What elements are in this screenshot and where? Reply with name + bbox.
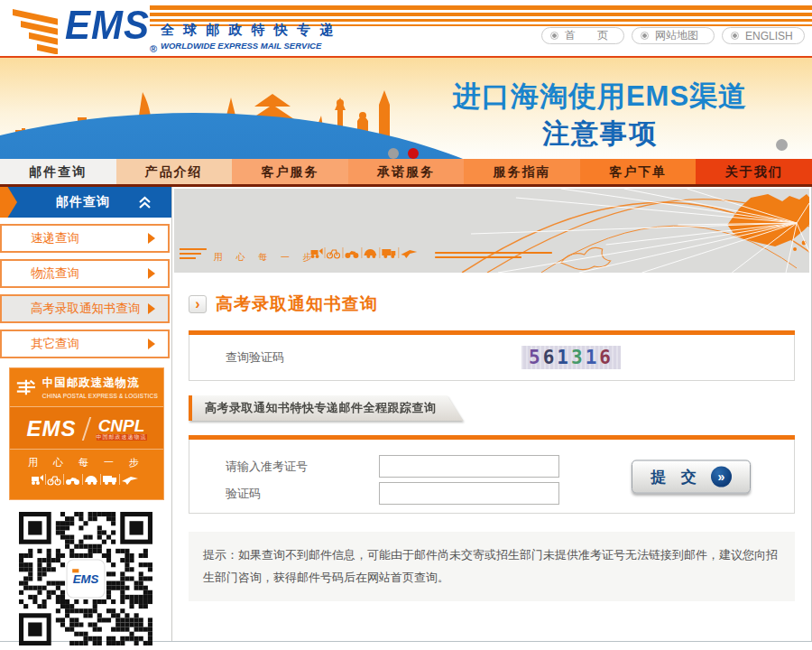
captcha-input[interactable] (379, 482, 559, 505)
arrow-right-icon (148, 233, 155, 244)
promo-ems-cnpl: EMS CNPL 中国邮政速递物流 (10, 407, 163, 450)
ems-logo-text: EMS (65, 3, 150, 48)
banner-title-line2: 注意事项 (397, 116, 803, 153)
bullet-icon (731, 32, 739, 40)
top-link-sitemap[interactable]: 网站地图 (632, 27, 715, 44)
main-nav: 邮件查询产品介绍客户服务承诺服务服务指南客户下单关于我们 (0, 159, 812, 187)
qr-code: EMS (19, 512, 152, 645)
promo-banner[interactable]: 进口海淘使用EMS渠道 注意事项 (0, 56, 812, 159)
arrow-right-icon (148, 303, 155, 314)
nav-item-customer-service[interactable]: 客户服务 (232, 159, 348, 184)
promo-ems-logo: EMS (26, 418, 76, 440)
captcha-panel: 查询验证码 561316 (189, 330, 795, 381)
exam-number-label: 请输入准考证号 (189, 459, 379, 475)
sidebar-item-gaokao-notice-query[interactable]: 高考录取通知书查询 (0, 294, 170, 323)
qr-wrap: EMS (0, 512, 171, 645)
captcha-input-label: 验证码 (189, 486, 379, 502)
nav-item-service-guide[interactable]: 服务指南 (464, 159, 580, 184)
banner-title-line1: 进口海淘使用EMS渠道 (397, 78, 803, 116)
promo-china-post-en: CHINA POSTAL EXPRESS & LOGISTICS (42, 393, 158, 399)
captcha-code-label: 查询验证码 (226, 349, 521, 366)
captcha-digit: 5 (529, 347, 543, 368)
captcha-digit: 6 (543, 347, 558, 368)
sidebar-header-tab-icon (0, 187, 17, 218)
world-map-art: 用 心 每 一 步 (174, 189, 809, 273)
sidebar-menu: 速递查询物流查询高考录取通知书查询其它查询 (0, 224, 171, 358)
sidebar: 邮件查询 速递查询物流查询高考录取通知书查询其它查询 中国邮政速递物流 CHIN… (0, 187, 171, 641)
registered-mark: ® (150, 43, 157, 54)
captcha-digit: 6 (599, 347, 614, 368)
top-link-label: 首 页 (565, 28, 608, 43)
logo-tagline-en: WORLDWIDE EXPRESS MAIL SERVICE (161, 41, 336, 51)
submit-arrow-icon: » (711, 466, 732, 487)
logo-tagline-cn: 全 球 邮 政 特 快 专 递 (161, 22, 336, 39)
sidebar-header[interactable]: 邮件查询 (0, 187, 171, 218)
promo-divider (81, 417, 90, 441)
top-link-label: ENGLISH (745, 30, 793, 42)
banner-dot-right[interactable] (776, 139, 788, 151)
carousel-dot-1[interactable] (388, 148, 399, 159)
nav-item-products[interactable]: 产品介绍 (116, 159, 233, 184)
promo-cnpl-sub: 中国邮政速递物流 (97, 434, 147, 441)
captcha-digit: 3 (571, 347, 586, 368)
carousel-dot-2-active[interactable] (408, 148, 419, 159)
ems-logo[interactable]: EMS ® (13, 4, 157, 54)
captcha-digit: 1 (557, 347, 571, 368)
top-link-label: 网站地图 (655, 28, 698, 43)
promo-slogan: 用 心 每 一 步 (12, 456, 161, 469)
captcha-image[interactable]: 561316 (521, 346, 621, 369)
arrow-right-icon (148, 268, 155, 279)
promo-china-post-cn: 中国邮政速递物流 (42, 376, 158, 391)
nav-item-about-us[interactable]: 关于我们 (696, 159, 812, 184)
bullet-icon (550, 32, 558, 40)
top-link-english[interactable]: ENGLISH (722, 27, 805, 44)
banner-title: 进口海淘使用EMS渠道 注意事项 (397, 78, 803, 153)
main-panel: 用 心 每 一 步 › 高考录取通知书查询 查询验证码 561316 (171, 187, 812, 641)
china-post-emblem-icon (15, 377, 37, 397)
sidebar-item-label: 速递查询 (2, 230, 79, 246)
hint-text: 提示：如果查询不到邮件信息，可能由于邮件尚未交寄或招生部门未提供准考证号无法链接… (189, 532, 795, 601)
sidebar-item-logistics-query[interactable]: 物流查询 (0, 259, 170, 288)
sidebar-item-label: 物流查询 (2, 265, 79, 282)
query-form-panel: 请输入准考证号 验证码 提 交 » (189, 435, 795, 514)
map-banner: 用 心 每 一 步 (174, 189, 809, 273)
transport-icons (30, 473, 143, 487)
nav-item-promise-service[interactable]: 承诺服务 (348, 159, 465, 184)
nav-item-place-order[interactable]: 客户下单 (580, 159, 697, 184)
chevron-double-up-icon (138, 195, 152, 209)
page-title: 高考录取通知书查询 (216, 292, 378, 316)
content-area: 邮件查询 速递查询物流查询高考录取通知书查询其它查询 中国邮政速递物流 CHIN… (0, 187, 812, 641)
bullet-icon (641, 32, 649, 40)
svg-text:EMS: EMS (73, 572, 99, 586)
top-link-home[interactable]: 首 页 (541, 27, 624, 44)
sidebar-item-express-query[interactable]: 速递查询 (0, 224, 170, 253)
logo-tagline: 全 球 邮 政 特 快 专 递 WORLDWIDE EXPRESS MAIL S… (161, 22, 336, 51)
ems-logo-stripes-icon (13, 9, 65, 54)
site-header: EMS ® 全 球 邮 政 特 快 专 递 WORLDWIDE EXPRESS … (0, 0, 812, 56)
arrow-right-icon (148, 339, 155, 349)
sidebar-item-other-query[interactable]: 其它查询 (0, 330, 170, 358)
top-links: 首 页网站地图ENGLISH (534, 27, 805, 44)
sidebar-item-label: 其它查询 (2, 336, 79, 352)
tracking-tab-strip: 高考录取通知书特快专递邮件全程跟踪查询 (189, 395, 795, 421)
exam-number-input[interactable] (379, 455, 559, 478)
captcha-digit: 1 (586, 347, 600, 368)
tracking-tab[interactable]: 高考录取通知书特快专递邮件全程跟踪查询 (189, 395, 464, 421)
page-title-row: › 高考录取通知书查询 (189, 292, 795, 316)
promo-block[interactable]: 中国邮政速递物流 CHINA POSTAL EXPRESS & LOGISTIC… (9, 367, 164, 500)
promo-slogan-row: 用 心 每 一 步 (10, 450, 163, 499)
map-banner-slogan: 用 心 每 一 步 (214, 252, 318, 262)
title-arrow-icon: › (189, 295, 207, 313)
submit-button-label: 提 交 (651, 466, 702, 487)
promo-cnpl-logo: CNPL 中国邮政速递物流 (97, 418, 147, 441)
sidebar-item-label: 高考录取通知书查询 (2, 301, 141, 317)
nav-item-mail-query[interactable]: 邮件查询 (0, 159, 116, 184)
promo-china-post: 中国邮政速递物流 CHINA POSTAL EXPRESS & LOGISTIC… (10, 368, 163, 407)
submit-button[interactable]: 提 交 » (632, 460, 751, 493)
